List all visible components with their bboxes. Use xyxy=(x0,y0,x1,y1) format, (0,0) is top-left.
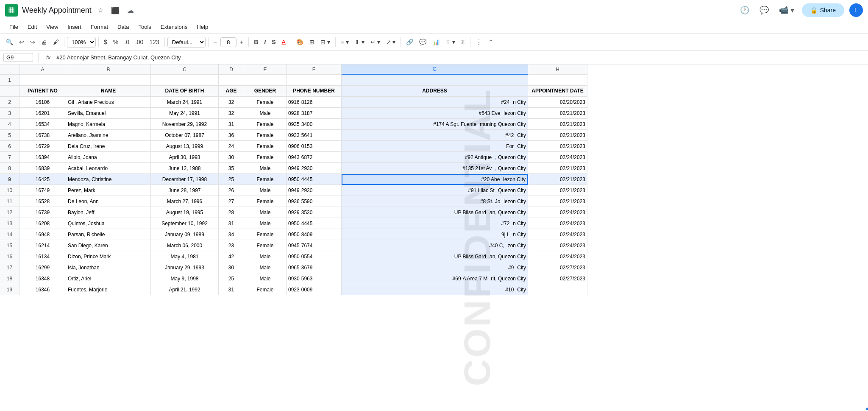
menu-help[interactable]: Help xyxy=(192,22,212,32)
cell-g7[interactable]: #92 Antique , Quezon City xyxy=(342,152,528,163)
row-num-7[interactable]: 7 xyxy=(0,152,19,163)
header-phone[interactable]: PHONE NUMBER xyxy=(287,86,342,97)
cell-h12[interactable]: 02/24/2023 xyxy=(528,207,587,218)
font-size-input[interactable] xyxy=(220,37,236,47)
cell-c13[interactable]: September 10, 1992 xyxy=(151,218,219,229)
star-icon[interactable]: ☆ xyxy=(96,5,105,16)
cell-reference-input[interactable] xyxy=(3,53,33,62)
font-family-select[interactable]: Defaul... xyxy=(167,37,206,48)
cell-g4[interactable]: #174 A Sgt. Fuente muning Quezon City xyxy=(342,119,528,130)
row-num-4[interactable]: 4 xyxy=(0,119,19,130)
cell-f15[interactable]: 09457674 xyxy=(287,240,342,251)
cell-e16[interactable]: Male xyxy=(244,251,287,262)
cell-e13[interactable]: Male xyxy=(244,218,287,229)
cell-f18[interactable]: 09305963 xyxy=(287,273,342,284)
cell-c17[interactable]: January 29, 1993 xyxy=(151,262,219,273)
percent-button[interactable]: % xyxy=(111,36,121,48)
cell-d14[interactable]: 34 xyxy=(219,229,244,240)
cell-f8[interactable]: 09492930 xyxy=(287,163,342,174)
cell-e15[interactable]: Female xyxy=(244,240,287,251)
cell-c3[interactable]: May 24, 1991 xyxy=(151,108,219,119)
header-dob[interactable]: DATE OF BIRTH xyxy=(151,86,219,97)
row-num-14[interactable]: 14 xyxy=(0,229,19,240)
cell-a10[interactable]: 16749 xyxy=(19,185,66,196)
row-num-18[interactable]: 18 xyxy=(0,273,19,284)
rotate-button[interactable]: ↗ ▾ xyxy=(384,36,398,48)
row-num-11[interactable]: 11 xyxy=(0,196,19,207)
cell-h7[interactable]: 02/24/2023 xyxy=(528,152,587,163)
cell-d2[interactable]: 32 xyxy=(219,97,244,108)
cell-f10[interactable]: 09492930 xyxy=(287,185,342,196)
cell-h18[interactable]: 02/27/2023 xyxy=(528,273,587,284)
cell-g1[interactable] xyxy=(342,75,528,86)
cell-a4[interactable]: 16534 xyxy=(19,119,66,130)
cell-f4[interactable]: 09353400 xyxy=(287,119,342,130)
cell-f17[interactable]: 09653679 xyxy=(287,262,342,273)
row-num-10[interactable]: 10 xyxy=(0,185,19,196)
row-num-2[interactable]: 2 xyxy=(0,97,19,108)
header-gender[interactable]: GENDER xyxy=(244,86,287,97)
currency-button[interactable]: $ xyxy=(101,36,110,48)
menu-extensions[interactable]: Extensions xyxy=(156,22,192,32)
cell-f14[interactable]: 09508409 xyxy=(287,229,342,240)
cell-d10[interactable]: 26 xyxy=(219,185,244,196)
cell-d3[interactable]: 32 xyxy=(219,108,244,119)
cell-f1[interactable] xyxy=(287,75,342,86)
avatar[interactable]: L xyxy=(849,3,863,17)
more-button[interactable]: ⋮ xyxy=(473,36,485,48)
link-button[interactable]: 🔗 xyxy=(403,36,416,48)
cell-g10[interactable]: #91 Lilac St Quezon City xyxy=(342,185,528,196)
wrap-button[interactable]: ↵ ▾ xyxy=(368,36,383,48)
cell-b13[interactable]: Quintos, Joshua xyxy=(66,218,151,229)
col-header-h[interactable]: H xyxy=(528,64,587,75)
cell-c19[interactable]: April 21, 1992 xyxy=(151,284,219,295)
cell-e3[interactable]: Male xyxy=(244,108,287,119)
cell-c5[interactable]: October 07, 1987 xyxy=(151,130,219,141)
menu-format[interactable]: Format xyxy=(86,22,112,32)
cell-a18[interactable]: 16348 xyxy=(19,273,66,284)
cell-a5[interactable]: 16738 xyxy=(19,130,66,141)
cell-e1[interactable] xyxy=(244,75,287,86)
row-num-17[interactable]: 17 xyxy=(0,262,19,273)
cell-e6[interactable]: Female xyxy=(244,141,287,152)
font-size-decrease-button[interactable]: − xyxy=(211,36,220,48)
cell-g9[interactable]: #20 Abe lezon City xyxy=(342,174,528,185)
cell-f12[interactable]: 09293530 xyxy=(287,207,342,218)
fill-color-button[interactable]: 🎨 xyxy=(294,36,306,48)
cell-e14[interactable]: Female xyxy=(244,229,287,240)
col-header-e[interactable]: E xyxy=(244,64,287,75)
cell-a9[interactable]: 16425 xyxy=(19,174,66,185)
cell-g5[interactable]: #42 City xyxy=(342,130,528,141)
row-num-6[interactable]: 6 xyxy=(0,141,19,152)
comment-button[interactable]: 💬 xyxy=(417,36,429,48)
cell-c4[interactable]: November 29, 1992 xyxy=(151,119,219,130)
cell-g15[interactable]: #40 C, zon City xyxy=(342,240,528,251)
hide-toolbar-button[interactable]: ⌃ xyxy=(486,36,496,48)
cell-a13[interactable]: 16208 xyxy=(19,218,66,229)
col-header-a[interactable]: A xyxy=(19,64,66,75)
cell-b19[interactable]: Fuentes, Marjorie xyxy=(66,284,151,295)
share-button[interactable]: 🔒 Share xyxy=(802,3,844,17)
cell-e4[interactable]: Female xyxy=(244,119,287,130)
cell-d6[interactable]: 24 xyxy=(219,141,244,152)
font-size-increase-button[interactable]: + xyxy=(237,36,246,48)
cell-c8[interactable]: June 12, 1988 xyxy=(151,163,219,174)
cell-d16[interactable]: 42 xyxy=(219,251,244,262)
cell-f3[interactable]: 09283187 xyxy=(287,108,342,119)
cell-d18[interactable]: 25 xyxy=(219,273,244,284)
cell-b1[interactable] xyxy=(66,75,151,86)
menu-insert[interactable]: Insert xyxy=(63,22,86,32)
cell-e10[interactable]: Male xyxy=(244,185,287,196)
cell-c6[interactable]: August 13, 1999 xyxy=(151,141,219,152)
meet-button[interactable]: 📹 ▾ xyxy=(776,3,797,17)
cell-f16[interactable]: 09500554 xyxy=(287,251,342,262)
valign-button[interactable]: ⬍ ▾ xyxy=(352,36,367,48)
col-header-b[interactable]: B xyxy=(66,64,151,75)
paint-format-button[interactable]: 🖌 xyxy=(50,36,61,48)
cell-a2[interactable]: 16106 xyxy=(19,97,66,108)
cell-c11[interactable]: March 27, 1996 xyxy=(151,196,219,207)
redo-button[interactable]: ↪ xyxy=(28,36,38,48)
cell-f6[interactable]: 09060153 xyxy=(287,141,342,152)
cell-c9[interactable]: December 17, 1998 xyxy=(151,174,219,185)
merge-button[interactable]: ⊟ ▾ xyxy=(318,36,333,48)
